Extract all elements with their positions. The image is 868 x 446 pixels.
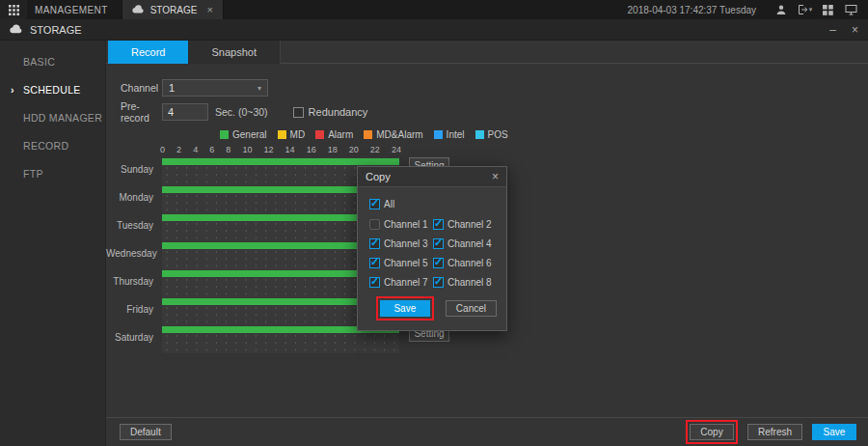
record-form: Channel 1 ▾ Pre-record Sec. (0~30) Redun… <box>106 79 868 121</box>
channel-option-label: Channel 4 <box>448 238 492 249</box>
channel-option[interactable]: Channel 1 <box>369 219 431 230</box>
all-option[interactable]: All <box>369 199 495 209</box>
channel-checkbox[interactable] <box>369 238 380 249</box>
sidebar-item[interactable]: › BASIC <box>0 48 105 76</box>
hour-label: 12 <box>263 145 273 154</box>
sidebar-item-label: FTP <box>23 168 43 180</box>
dialog-titlebar: Copy × <box>358 167 506 187</box>
legend-item: MD&Alarm <box>364 129 422 140</box>
copy-highlight-annotation: Copy <box>686 420 738 444</box>
channel-option-label: Channel 2 <box>448 219 492 230</box>
legend-item: General <box>220 129 267 140</box>
channel-option[interactable]: Channel 2 <box>433 219 495 230</box>
hour-label: 6 <box>209 145 214 154</box>
window-cloud-icon <box>10 24 23 36</box>
prerecord-label: Pre-record <box>121 100 162 124</box>
layout-grid-icon[interactable] <box>816 0 839 19</box>
channel-option[interactable]: Channel 8 <box>433 277 495 288</box>
channel-option-label: Channel 1 <box>384 219 428 230</box>
redundancy-option[interactable]: Redundancy <box>293 106 368 118</box>
channel-grid: Channel 1 Channel 2 Channel 3 Channel 4 <box>369 219 495 288</box>
channel-option-label: Channel 3 <box>384 238 428 249</box>
storage-tab-close-icon[interactable]: × <box>206 4 212 15</box>
legend-swatch <box>220 130 229 139</box>
logout-icon[interactable]: ▾ <box>793 0 816 19</box>
tab[interactable]: Snapshot <box>188 41 280 64</box>
hour-label: 22 <box>370 145 380 154</box>
hour-label: 10 <box>242 145 252 154</box>
hour-label: 8 <box>226 145 231 154</box>
copy-button[interactable]: Copy <box>690 424 734 440</box>
sidebar-item[interactable]: › RECORD <box>0 132 105 160</box>
dialog-close-icon[interactable]: × <box>492 170 499 183</box>
window-titlebar: STORAGE – × <box>0 19 868 41</box>
channel-select[interactable]: 1 ▾ <box>162 79 268 97</box>
storage-tab-label: STORAGE <box>150 5 198 15</box>
redundancy-checkbox[interactable] <box>293 107 304 118</box>
monitor-icon[interactable] <box>839 0 862 19</box>
topbar: MANAGEMENT STORAGE × 2018-04-03 17:42:37… <box>0 0 868 19</box>
record-type-legend: General MD Alarm MD&Alarm Intel <box>220 129 868 140</box>
legend-label: POS <box>488 129 508 140</box>
prerecord-unit: Sec. (0~30) <box>215 106 268 118</box>
channel-option[interactable]: Channel 7 <box>369 277 431 288</box>
dialog-title: Copy <box>366 171 391 182</box>
legend-label: Alarm <box>328 129 353 140</box>
hour-label: 14 <box>285 145 295 154</box>
hour-axis: 024681012141618202224 <box>160 145 401 154</box>
channel-option[interactable]: Channel 3 <box>369 238 431 249</box>
default-button[interactable]: Default <box>120 424 172 440</box>
channel-select-value: 1 <box>169 82 175 94</box>
hour-label: 2 <box>176 145 181 154</box>
management-menu[interactable]: MANAGEMENT <box>27 0 122 19</box>
channel-option[interactable]: Channel 5 <box>369 258 431 268</box>
close-button[interactable]: × <box>852 23 858 37</box>
apps-grid-icon[interactable] <box>0 0 27 19</box>
sidebar-item-label: HDD MANAGER <box>23 112 102 124</box>
sidebar-item[interactable]: › SCHEDULE <box>0 76 105 104</box>
channel-checkbox[interactable] <box>369 219 380 230</box>
minimize-button[interactable]: – <box>829 23 836 37</box>
day-label: Sunday <box>106 157 162 182</box>
day-label: Thursday <box>106 269 162 294</box>
legend-label: MD <box>290 129 306 140</box>
sidebar: › BASIC › SCHEDULE › HDD MANAGER › RECOR… <box>0 41 106 446</box>
apps-grid-glyph <box>9 5 19 15</box>
legend-item: MD <box>278 129 306 140</box>
sidebar-item[interactable]: › FTP <box>0 160 105 188</box>
legend-label: General <box>232 129 267 140</box>
hour-label: 24 <box>392 145 401 154</box>
prerecord-input[interactable] <box>162 103 208 121</box>
legend-item: POS <box>475 129 508 140</box>
channel-checkbox[interactable] <box>433 238 444 249</box>
dialog-save-button[interactable]: Save <box>380 300 430 317</box>
legend-item: Alarm <box>315 129 353 140</box>
day-label: Friday <box>106 297 162 322</box>
dialog-cancel-button[interactable]: Cancel <box>446 300 497 317</box>
tab[interactable]: Record <box>108 41 188 64</box>
dialog-body: All Channel 1 Channel 2 Channel 3 <box>358 187 506 288</box>
user-icon[interactable] <box>770 0 793 19</box>
storage-cloud-icon <box>132 5 145 15</box>
channel-checkbox[interactable] <box>433 258 444 268</box>
active-arrow-icon: › <box>11 76 14 104</box>
sidebar-item[interactable]: › HDD MANAGER <box>0 104 105 132</box>
copy-dialog: Copy × All Channel 1 Channel 2 <box>357 166 507 331</box>
channel-checkbox[interactable] <box>433 277 444 288</box>
channel-option[interactable]: Channel 4 <box>433 238 495 249</box>
legend-label: MD&Alarm <box>376 129 422 140</box>
hour-label: 18 <box>328 145 338 154</box>
legend-swatch <box>475 130 484 139</box>
all-label: All <box>384 199 394 209</box>
caret-down-icon: ▾ <box>809 6 813 14</box>
redundancy-label: Redundancy <box>309 106 368 118</box>
all-checkbox[interactable] <box>369 199 380 209</box>
channel-option[interactable]: Channel 6 <box>433 258 495 268</box>
channel-checkbox[interactable] <box>433 219 444 230</box>
channel-checkbox[interactable] <box>369 258 380 268</box>
storage-tab[interactable]: STORAGE × <box>122 0 224 19</box>
channel-checkbox[interactable] <box>369 277 380 288</box>
sidebar-item-label: BASIC <box>23 56 55 68</box>
refresh-button[interactable]: Refresh <box>747 424 802 440</box>
save-button[interactable]: Save <box>812 424 856 440</box>
